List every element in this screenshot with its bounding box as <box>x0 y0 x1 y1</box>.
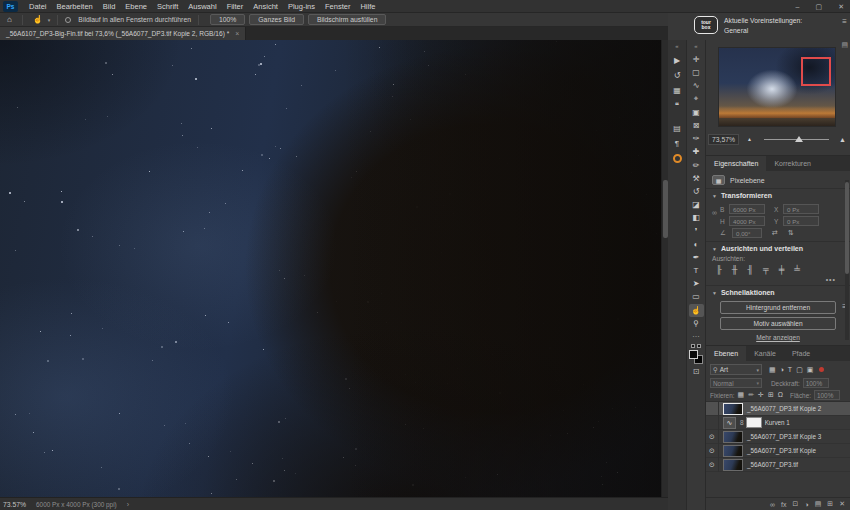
tab-korrekturen[interactable]: Korrekturen <box>766 156 819 171</box>
menu-fenster[interactable]: Fenster <box>320 2 355 11</box>
chevron-down-icon[interactable]: ▾ <box>48 17 51 23</box>
edit-toolbar-icon[interactable]: … <box>692 330 700 342</box>
align-left-icon[interactable]: ╟ <box>716 265 722 274</box>
filter-shape-layers-icon[interactable]: ▢ <box>796 366 803 374</box>
minimize-button[interactable]: – <box>796 3 800 10</box>
libraries-panel-icon[interactable]: ▦ <box>668 83 686 98</box>
home-icon[interactable]: ⌂ <box>4 15 15 24</box>
canvas-vertical-scrollbar[interactable] <box>661 40 668 497</box>
delete-layer-icon[interactable]: ✕ <box>839 500 845 508</box>
tourbox-plugin-icon[interactable] <box>668 151 686 166</box>
scroll-all-windows-checkbox[interactable] <box>65 17 71 23</box>
status-zoom-level[interactable]: 73.57% <box>3 501 26 508</box>
frame-tool[interactable]: ⊠ <box>689 119 704 132</box>
document-canvas[interactable] <box>0 40 661 497</box>
filter-smart-objects-icon[interactable]: ▣ <box>807 366 814 374</box>
layer-row[interactable]: ⊙_56A6077_DP3.tif Kopie 3 <box>706 430 850 444</box>
eraser-tool[interactable]: ◪ <box>689 198 704 211</box>
lasso-tool[interactable]: ∿ <box>689 79 704 92</box>
align-section-header[interactable]: ▼ Ausrichten und verteilen <box>706 241 850 254</box>
align-center-v-icon[interactable]: ╪ <box>779 265 785 274</box>
zoom-tool[interactable]: ⚲ <box>689 317 704 330</box>
layer-name[interactable]: _56A6077_DP3.tif Kopie 3 <box>747 433 821 440</box>
hand-tool[interactable]: ☝ <box>689 304 704 317</box>
zoom-out-icon[interactable]: ▲ <box>747 136 752 142</box>
menu-bearbeiten[interactable]: Bearbeiten <box>52 2 98 11</box>
filter-pixel-layers-icon[interactable]: ▦ <box>769 366 776 374</box>
layer-name[interactable]: _56A6077_DP3.tif Kopie 2 <box>747 405 821 412</box>
layer-thumbnail[interactable] <box>723 445 743 457</box>
constrain-link-icon[interactable]: ∞ <box>712 209 717 216</box>
show-more-link[interactable]: Mehr anzeigen <box>706 334 850 341</box>
button-motiv-auswählen[interactable]: Motiv auswählen <box>720 317 836 330</box>
lock-pixels-icon[interactable]: ✏ <box>748 391 754 399</box>
zoom-slider[interactable] <box>764 139 829 140</box>
navigator-preview[interactable] <box>718 47 836 127</box>
menu-ebene[interactable]: Ebene <box>120 2 152 11</box>
align-bottom-icon[interactable]: ╧ <box>794 265 800 274</box>
type-tool[interactable]: T <box>689 264 704 277</box>
layer-row[interactable]: ⊙_56A6077_DP3.tif <box>706 458 850 472</box>
pen-tool[interactable]: ✒ <box>689 251 704 264</box>
close-button[interactable]: ✕ <box>838 3 844 11</box>
crop-tool[interactable]: ▣ <box>689 106 704 119</box>
layer-style-icon[interactable]: fx <box>781 501 786 508</box>
character-panel-icon[interactable]: ▤ <box>668 121 686 136</box>
layer-visibility-toggle[interactable]: ⊙ <box>706 430 719 444</box>
filter-adjustment-layers-icon[interactable]: ◑ <box>780 366 784 374</box>
lock-artboard-icon[interactable]: ⊞ <box>768 391 774 399</box>
color-swatches[interactable] <box>689 350 703 364</box>
default-colors-icon[interactable] <box>691 344 701 348</box>
layer-row[interactable]: _56A6077_DP3.tif Kopie 2 <box>706 402 850 416</box>
menu-plug-ins[interactable]: Plug-ins <box>283 2 320 11</box>
angle-field[interactable]: 0,00° <box>732 228 762 238</box>
x-field[interactable]: 0 Px <box>783 204 819 214</box>
object-selection-tool[interactable]: ⌖ <box>689 93 704 106</box>
menu-filter[interactable]: Filter <box>222 2 249 11</box>
layer-thumbnail[interactable] <box>723 403 743 415</box>
filter-toggle-indicator[interactable] <box>819 367 824 372</box>
align-top-icon[interactable]: ╤ <box>763 265 769 274</box>
opacity-field[interactable]: 100% <box>803 378 829 388</box>
foreground-color-swatch[interactable] <box>689 350 698 359</box>
button-hintergrund-entfernen[interactable]: Hintergrund entfernen <box>720 301 836 314</box>
link-layers-icon[interactable]: ∞ <box>770 501 775 508</box>
layer-row[interactable]: ⊙_56A6077_DP3.tif Kopie <box>706 444 850 458</box>
layer-name[interactable]: _56A6077_DP3.tif Kopie <box>747 447 816 454</box>
move-tool[interactable]: ✛ <box>689 53 704 66</box>
dodge-tool[interactable]: ◐ <box>689 238 704 251</box>
width-field[interactable]: 6000 Px <box>729 204 765 214</box>
zoom-slider-thumb[interactable] <box>795 136 803 142</box>
lock-all-icon[interactable]: Ω <box>778 391 783 399</box>
actions-panel-icon[interactable]: ▶ <box>668 53 686 68</box>
history-brush-tool[interactable]: ↺ <box>689 185 704 198</box>
align-right-icon[interactable]: ╢ <box>747 265 753 274</box>
layer-name[interactable]: _56A6077_DP3.tif <box>747 461 798 468</box>
flip-horizontal-icon[interactable]: ⇄ <box>772 229 778 237</box>
history-panel-icon[interactable]: ↺ <box>668 68 686 83</box>
layer-visibility-toggle[interactable] <box>706 416 719 430</box>
curves-adjustment-icon[interactable]: ∿ <box>723 417 736 429</box>
tab-kanäle[interactable]: Kanäle <box>746 346 784 361</box>
menu-datei[interactable]: Datei <box>24 2 52 11</box>
layer-visibility-toggle[interactable]: ⊙ <box>706 444 719 458</box>
layer-thumbnail[interactable] <box>723 431 743 443</box>
navigator-zoom-value[interactable]: 73,57% <box>708 134 739 145</box>
lock-position-icon[interactable]: ✛ <box>758 391 764 399</box>
paragraph-panel-icon[interactable]: ¶ <box>668 136 686 151</box>
add-mask-icon[interactable]: ⊡ <box>793 500 799 508</box>
align-center-h-icon[interactable]: ╫ <box>732 265 738 274</box>
quick-mask-icon[interactable]: ⊡ <box>693 367 700 376</box>
collapse-dock-icon[interactable]: « <box>675 43 678 49</box>
navigator-view-rectangle[interactable] <box>801 57 831 86</box>
layer-visibility-toggle[interactable] <box>706 402 719 416</box>
menu-bild[interactable]: Bild <box>98 2 121 11</box>
transform-section-header[interactable]: ▼ Transformieren <box>706 188 850 201</box>
lock-transparency-icon[interactable]: ▦ <box>738 391 745 399</box>
adjustment-layer-icon[interactable]: ◑ <box>804 501 808 508</box>
button-ganzes-bild[interactable]: Ganzes Bild <box>249 14 304 25</box>
comments-panel-icon[interactable]: ❝ <box>668 98 686 113</box>
status-options-caret[interactable]: › <box>127 501 129 508</box>
zoom-in-icon[interactable]: ▲ <box>839 136 846 143</box>
panel-menu-icon[interactable]: ≡ <box>842 17 847 26</box>
